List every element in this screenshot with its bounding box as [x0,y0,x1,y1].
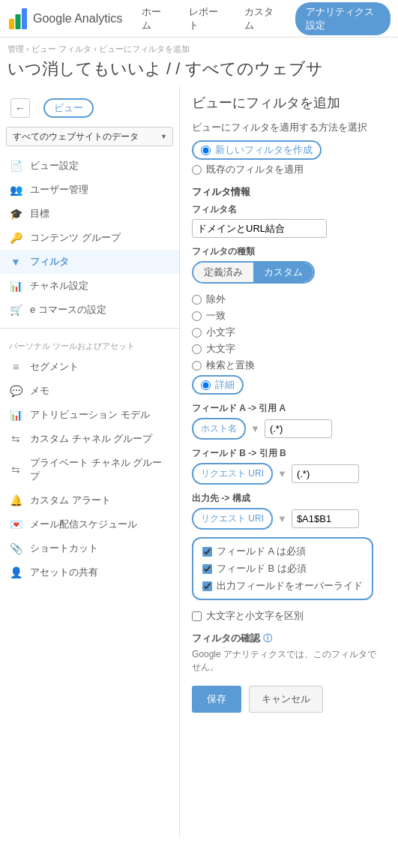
check-field-b-required-label: フィールド B は必須 [217,562,307,575]
sidebar-item-label: カスタム チャネル グループ [30,432,152,446]
segments-icon: ≡ [9,360,22,374]
breadcrumb-item-2[interactable]: ビュー フィルタ [31,44,91,53]
sidebar-item-private-channel[interactable]: ⇆ プライベート チャネル グループ [0,451,179,488]
sidebar-item-user-management[interactable]: 👥 ユーザー管理 [0,178,179,202]
sidebar-item-attribution[interactable]: 📊 アトリビューション モデル [0,403,179,427]
sidebar-item-segments[interactable]: ≡ セグメント [0,355,179,379]
nav-report[interactable]: レポート [184,2,226,35]
filter-type-defined-btn[interactable]: 定義済み [193,263,253,282]
svg-rect-0 [9,19,14,29]
radio-detail-input[interactable] [201,380,211,390]
new-filter-label: 新しいフィルタを作成 [215,143,313,157]
new-filter-radio-wrapper[interactable]: 新しいフィルタを作成 [192,140,322,160]
sidebar-item-label: フィルタ [30,255,69,269]
radio-uppercase-input[interactable] [192,344,202,354]
filters-icon: ▼ [9,255,22,269]
field-a-input[interactable] [265,419,332,438]
goals-icon: 🎓 [9,207,22,221]
filter-type-buttons: 定義済み カスタム [192,261,386,284]
save-button[interactable]: 保存 [192,686,241,713]
radio-search-replace[interactable]: 検索と置換 [192,359,386,372]
existing-filter-radio-wrapper[interactable]: 既存のフィルタを適用 [192,163,386,176]
radio-match-input[interactable] [192,311,202,321]
new-filter-radio[interactable] [201,146,211,155]
action-buttons: 保存 キャンセル [192,686,386,713]
filter-name-input[interactable] [192,219,327,238]
radio-search-replace-input[interactable] [192,361,202,371]
check-field-a-required[interactable]: フィールド A は必須 [202,545,363,558]
sidebar-item-label: ユーザー管理 [30,183,88,197]
view-label[interactable]: ビュー [43,98,94,118]
radio-exclude[interactable]: 除外 [192,293,386,306]
sidebar-item-channel-settings[interactable]: 📊 チャネル設定 [0,274,179,298]
radio-detail-label: 詳細 [215,378,235,392]
page-title: いつ消してもいいよ / / すべてのウェブサ [0,56,398,86]
check-field-b-required-input[interactable] [202,564,212,574]
cancel-button[interactable]: キャンセル [249,686,323,713]
sidebar-item-memo[interactable]: 💬 メモ [0,379,179,403]
check-output-override[interactable]: 出力フィールドをオーバーライド [202,579,363,593]
sidebar: ← ビュー すべてのウェブサイトのデータ 📄 ビュー設定 👥 ユーザー管理 🎓 … [0,86,180,836]
field-b-button[interactable]: リクエスト URI [192,463,273,485]
extra-checkbox-group: 大文字と小文字を区別 [192,609,386,623]
sidebar-item-filters[interactable]: ▼ フィルタ [0,250,179,274]
radio-detail-wrapper[interactable]: 詳細 [192,375,244,395]
content-groups-icon: 🔑 [9,231,22,245]
apply-method-label: ビューにフィルタを適用する方法を選択 [192,121,386,134]
confirm-text: Google アナリティクスでは、このフィルタで せん。 [192,648,386,674]
check-field-a-required-label: フィールド A は必須 [217,545,306,558]
sidebar-item-custom-channel[interactable]: ⇆ カスタム チャネル グループ [0,427,179,451]
radio-lowercase[interactable]: 小文字 [192,326,386,339]
view-dropdown-container: すべてのウェブサイトのデータ [6,127,173,146]
breadcrumb-item-1[interactable]: 管理 [7,44,24,53]
sidebar-item-view-settings[interactable]: 📄 ビュー設定 [0,154,179,178]
sidebar-item-shortcut[interactable]: 📎 ショートカット [0,536,179,560]
field-b-arrow: ▼ [277,468,287,479]
ga-logo-icon [7,8,28,29]
radio-match[interactable]: 一致 [192,309,386,323]
header: Google Analytics ホーム レポート カスタム アナリティクス設定 [0,0,398,38]
field-b-input[interactable] [292,464,359,483]
svg-rect-2 [22,8,27,29]
view-dropdown[interactable]: すべてのウェブサイトのデータ [6,127,173,146]
check-output-override-input[interactable] [202,581,212,591]
sidebar-item-label: ショートカット [30,542,98,555]
check-field-a-required-input[interactable] [202,547,212,557]
nav-home[interactable]: ホーム [137,2,171,35]
field-a-button[interactable]: ホスト名 [192,418,246,440]
output-button[interactable]: リクエスト URI [192,508,273,530]
main-layout: ← ビュー すべてのウェブサイトのデータ 📄 ビュー設定 👥 ユーザー管理 🎓 … [0,86,398,836]
breadcrumb-item-3[interactable]: ビューにフィルタを追加 [99,44,190,53]
sidebar-item-custom-alert[interactable]: 🔔 カスタム アラート [0,488,179,512]
output-input[interactable] [292,509,359,528]
filter-type-custom-btn[interactable]: カスタム [253,263,313,282]
check-case-sensitive[interactable]: 大文字と小文字を区別 [192,609,386,623]
nav-custom[interactable]: カスタム [240,2,282,35]
existing-filter-radio[interactable] [192,165,202,175]
custom-alert-icon: 🔔 [9,494,22,507]
content-area: ビューにフィルタを追加 ビューにフィルタを適用する方法を選択 新しいフィルタを作… [180,86,398,836]
field-a-row: ホスト名 ▼ [192,418,386,440]
sidebar-item-goals[interactable]: 🎓 目標 [0,202,179,226]
custom-channel-icon: ⇆ [9,432,22,446]
back-button[interactable]: ← [10,98,30,118]
nav-analytics-settings[interactable]: アナリティクス設定 [295,2,391,35]
sidebar-item-label: 目標 [30,207,49,221]
output-row: リクエスト URI ▼ [192,508,386,530]
radio-lowercase-input[interactable] [192,328,202,338]
sidebar-item-label: メール配信スケジュール [30,518,137,531]
check-field-b-required[interactable]: フィールド B は必須 [202,562,363,575]
sidebar-item-ecommerce[interactable]: 🛒 e コマースの設定 [0,298,179,322]
check-case-sensitive-input[interactable] [192,611,202,621]
sidebar-item-email-schedule[interactable]: 💌 メール配信スケジュール [0,512,179,536]
user-management-icon: 👥 [9,183,22,197]
filter-name-label: フィルタ名 [192,203,386,216]
radio-exclude-input[interactable] [192,295,202,305]
sidebar-item-asset-share[interactable]: 👤 アセットの共有 [0,560,179,584]
sidebar-item-label: メモ [30,384,49,398]
sidebar-item-content-groups[interactable]: 🔑 コンテンツ グループ [0,226,179,250]
sidebar-item-label: e コマースの設定 [30,303,106,317]
radio-lowercase-label: 小文字 [206,326,235,339]
existing-filter-label: 既存のフィルタを適用 [206,163,304,176]
radio-uppercase[interactable]: 大文字 [192,342,386,356]
